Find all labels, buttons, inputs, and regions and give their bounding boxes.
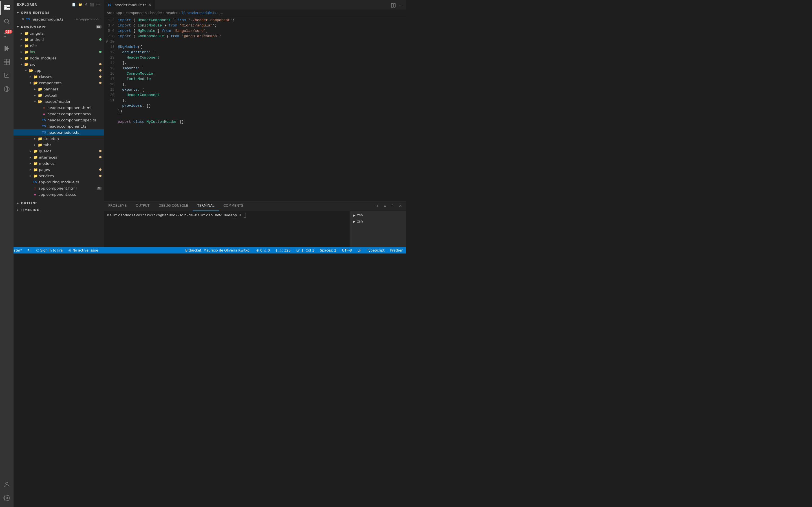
tab-comments[interactable]: COMMENTS xyxy=(219,201,248,211)
tab-debug-console[interactable]: DEBUG CONSOLE xyxy=(154,201,193,211)
outline-chevron xyxy=(16,201,20,205)
folder-components[interactable]: 📂 components xyxy=(13,80,104,86)
folder-football[interactable]: 📁 football xyxy=(13,92,104,98)
breadcrumb-symbol[interactable]: … xyxy=(220,11,223,15)
tab-close-button[interactable]: ✕ xyxy=(148,3,151,7)
sidebar-content: OPEN EDITORS ✕ TS header.module.ts src/a… xyxy=(13,9,104,247)
folder-classes[interactable]: 📁 classes xyxy=(13,73,104,80)
errors-status[interactable]: ⊗ 0 ⚠ 0 xyxy=(255,247,271,253)
file-header-scss[interactable]: ◆ header.component.scss xyxy=(13,111,104,117)
folder-banners[interactable]: 📁 banners xyxy=(13,86,104,92)
jira-icon: ⬡ xyxy=(36,248,39,252)
sidebar-header-actions: 📄 📁 ↺ ⬛ ⋯ xyxy=(71,2,100,7)
terminal-instance-1[interactable]: ▶ zsh xyxy=(350,212,406,218)
file-spec-icon: TS xyxy=(42,118,46,122)
new-terminal-button[interactable]: + xyxy=(374,203,381,209)
tab-output[interactable]: OUTPUT xyxy=(132,201,154,211)
folder-e2e[interactable]: 📁 e2e xyxy=(13,43,104,49)
new-file-button[interactable]: 📄 xyxy=(71,2,77,7)
folder-modules[interactable]: 📁 modules xyxy=(13,160,104,166)
breadcrumb-header1[interactable]: header xyxy=(150,11,162,15)
spaces-status[interactable]: Spaces: 2 xyxy=(319,247,338,253)
activity-bar-search[interactable] xyxy=(0,15,13,28)
folder-ios-name: ios xyxy=(30,50,98,54)
folder-skeleton-name: skeleton xyxy=(43,136,101,141)
tab-problems[interactable]: PROBLEMS xyxy=(104,201,132,211)
outline-count-status[interactable]: {..}: 323 xyxy=(274,247,292,253)
folder-src[interactable]: 📂 src xyxy=(13,61,104,67)
breadcrumb-app[interactable]: app xyxy=(116,11,122,15)
activity-bar-run[interactable] xyxy=(0,42,13,55)
cursor-position-status[interactable]: Ln 1, Col 1 xyxy=(295,247,315,253)
open-editors-section[interactable]: OPEN EDITORS xyxy=(13,9,104,16)
activity-bar-extensions[interactable] xyxy=(0,55,13,69)
more-options-button[interactable]: ⋯ xyxy=(96,2,100,7)
folder-interfaces-icon: 📁 xyxy=(33,155,38,159)
file-app-routing[interactable]: TS app-routing.module.ts xyxy=(13,179,104,185)
activity-bar-testing[interactable] xyxy=(0,69,13,82)
folder-football-name: football xyxy=(43,93,101,98)
folder-tabs[interactable]: 📁 tabs xyxy=(13,142,104,148)
folder-services[interactable]: 📁 services xyxy=(13,173,104,179)
project-section[interactable]: NEWJUVEAPP io xyxy=(13,23,104,30)
folder-interfaces-name: interfaces xyxy=(39,155,98,159)
panel-close-button[interactable]: ✕ xyxy=(397,203,404,209)
activity-bar-remote[interactable] xyxy=(0,82,13,96)
tab-ts-icon: TS xyxy=(107,3,112,7)
jira-status[interactable]: ⬡ Sign in to Jira xyxy=(35,247,64,253)
file-header-spec[interactable]: TS header.component.spec.ts xyxy=(13,117,104,123)
activity-bar-explorer[interactable] xyxy=(0,1,13,15)
file-app-html[interactable]: ◇ app.component.html M xyxy=(13,185,104,191)
folder-components-icon: 📂 xyxy=(33,80,38,85)
collapse-button[interactable]: ⬛ xyxy=(89,2,95,7)
folder-ios[interactable]: 📁 ios xyxy=(13,49,104,55)
folder-app[interactable]: 📂 app xyxy=(13,67,104,73)
line-endings-label: LF xyxy=(357,248,361,252)
close-editor-icon[interactable]: ✕ xyxy=(21,17,25,21)
panel-maximize-button[interactable]: ⌃ xyxy=(389,203,396,209)
new-folder-button[interactable]: 📁 xyxy=(78,2,83,7)
split-editor-button[interactable] xyxy=(390,2,397,10)
panel-collapse-button[interactable]: ∧ xyxy=(382,203,388,209)
bitbucket-status[interactable]: Bitbucket: Mauricio de Oliveira Kwitko: xyxy=(184,247,252,253)
folder-ios-icon: 📁 xyxy=(24,50,29,54)
terminal-instance-2[interactable]: ▶ zsh xyxy=(350,218,406,224)
terminal-main[interactable]: msuriciodeoliveirakwitko@MacBook-Air-de-… xyxy=(104,211,350,247)
timeline-section[interactable]: TIMELINE xyxy=(13,207,104,213)
folder-pages[interactable]: 📁 pages xyxy=(13,166,104,173)
file-header-module[interactable]: TS header.module.ts xyxy=(13,129,104,135)
encoding-status[interactable]: UTF-8 xyxy=(341,247,353,253)
issue-status[interactable]: ◎ No active issue xyxy=(67,247,99,253)
folder-angular[interactable]: 📁 .angular xyxy=(13,30,104,36)
breadcrumb-components[interactable]: components xyxy=(126,11,147,15)
folder-header-header[interactable]: 📂 header/header xyxy=(13,98,104,105)
folder-guards[interactable]: 📁 guards xyxy=(13,148,104,154)
folder-skeleton[interactable]: 📁 skeleton xyxy=(13,135,104,142)
tab-header-module[interactable]: TS header.module.ts ✕ xyxy=(104,0,155,10)
code-editor[interactable]: 1 2 3 4 5 6 7 8 9 10 11 12 13 14 15 16 1… xyxy=(104,16,406,201)
code-content[interactable]: import { HeaderComponent } from './heade… xyxy=(118,16,406,201)
sync-status[interactable]: ↻ xyxy=(27,247,32,253)
file-app-scss[interactable]: ◆ app.component.scss xyxy=(13,191,104,198)
language-status[interactable]: TypeScript xyxy=(366,247,386,253)
outline-section[interactable]: OUTLINE xyxy=(13,200,104,207)
terminal-instance-icon-1: ▶ xyxy=(353,214,356,217)
folder-node-modules[interactable]: 📁 node_modules xyxy=(13,55,104,61)
file-header-html[interactable]: ◇ header.component.html xyxy=(13,105,104,111)
line-endings-status[interactable]: LF xyxy=(356,247,363,253)
formatter-status[interactable]: Prettier xyxy=(389,247,404,253)
folder-components-chevron xyxy=(28,80,33,85)
folder-interfaces[interactable]: 📁 interfaces xyxy=(13,154,104,160)
folder-services-name: services xyxy=(39,174,98,178)
tab-terminal[interactable]: TERMINAL xyxy=(193,201,219,211)
folder-android[interactable]: 📁 android xyxy=(13,36,104,43)
more-actions-button[interactable]: ⋯ xyxy=(398,3,404,9)
breadcrumb-header2[interactable]: header xyxy=(166,11,177,15)
activity-bar-source-control[interactable]: 114 xyxy=(0,28,13,42)
open-editor-file[interactable]: ✕ TS header.module.ts src/app/compo... xyxy=(13,16,104,22)
file-header-ts[interactable]: TS header.component.ts xyxy=(13,123,104,129)
activity-bar: 114 xyxy=(0,0,13,253)
refresh-button[interactable]: ↺ xyxy=(84,2,88,7)
breadcrumb-src[interactable]: src xyxy=(107,11,112,15)
breadcrumb-file[interactable]: TS header.module.ts xyxy=(181,11,216,15)
